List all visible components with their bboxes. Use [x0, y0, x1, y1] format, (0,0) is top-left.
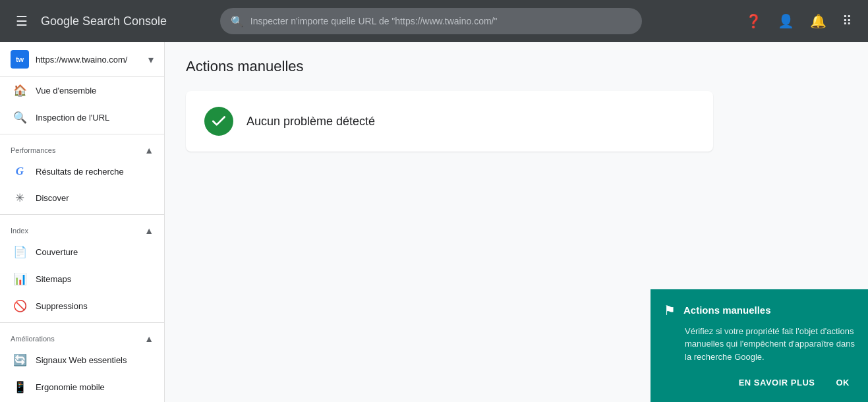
brand-text: Google Search Console: [41, 14, 167, 28]
tooltip-header: ⚑ Actions manuelles: [664, 302, 855, 318]
sidebar-item-label: Suppressions: [36, 301, 88, 311]
section-label-text: Index: [11, 227, 28, 235]
sidebar-item-ergonomie-mobile[interactable]: 📱 Ergonomie mobile: [0, 374, 164, 401]
sidebar-item-resultats-recherche[interactable]: G Résultats de recherche: [0, 158, 164, 185]
sidebar-item-label: Inspection de l'URL: [36, 113, 109, 123]
brand-logo: Google Search Console: [41, 14, 167, 28]
site-favicon: tw: [11, 50, 29, 69]
sidebar: tw https://www.twaino.com/ ▾ 🏠 Vue d'ens…: [0, 42, 165, 402]
sidebar-item-inspection-url[interactable]: 🔍 Inspection de l'URL: [0, 104, 164, 131]
help-icon[interactable]: ❓: [740, 8, 767, 34]
hamburger-icon[interactable]: ☰: [11, 8, 33, 34]
mobile-icon: 📱: [13, 380, 26, 394]
ok-button[interactable]: OK: [831, 374, 855, 391]
flag-icon: ⚑: [664, 302, 676, 318]
sidebar-item-label: Sitemaps: [36, 274, 71, 284]
chevron-down-icon: ▾: [148, 53, 154, 66]
tooltip-popup: ⚑ Actions manuelles Vérifiez si votre pr…: [651, 289, 868, 403]
tooltip-actions: EN SAVOIR PLUS OK: [664, 374, 855, 391]
sidebar-item-label: Résultats de recherche: [36, 167, 124, 177]
sidebar-item-label: Signaux Web essentiels: [36, 355, 127, 365]
search-icon: 🔍: [231, 15, 244, 28]
learn-more-button[interactable]: EN SAVOIR PLUS: [734, 374, 821, 391]
collapse-icon[interactable]: ▲: [144, 225, 154, 236]
page-title: Actions manuelles: [186, 58, 847, 75]
status-card: Aucun problème détecté: [186, 91, 713, 152]
sitemaps-icon: 📊: [13, 272, 26, 286]
sidebar-item-discover[interactable]: ✳ Discover: [0, 185, 164, 212]
sidebar-item-label: Couverture: [36, 247, 78, 257]
check-icon: [204, 107, 233, 136]
home-icon: 🏠: [13, 84, 26, 98]
sidebar-item-suppressions[interactable]: 🚫 Suppressions: [0, 293, 164, 320]
section-label-text: Performances: [11, 146, 55, 154]
collapse-icon[interactable]: ▲: [144, 333, 154, 344]
search-input[interactable]: [250, 16, 631, 26]
profile-icon[interactable]: 👤: [772, 8, 799, 34]
divider: [0, 322, 164, 323]
search-bar: 🔍: [220, 8, 642, 34]
site-selector[interactable]: tw https://www.twaino.com/ ▾: [0, 42, 164, 77]
discover-icon: ✳: [13, 191, 26, 205]
sidebar-item-signaux-web[interactable]: 🔄 Signaux Web essentiels: [0, 347, 164, 374]
section-ameliorations: Améliorations ▲: [0, 326, 164, 347]
suppressions-icon: 🚫: [13, 299, 26, 313]
core-web-vitals-icon: 🔄: [13, 353, 26, 367]
apps-icon[interactable]: ⠿: [837, 8, 857, 34]
nav-icons: ❓ 👤 🔔 ⠿: [740, 8, 857, 34]
sidebar-item-label: Ergonomie mobile: [36, 382, 105, 392]
status-text: Aucun problème détecté: [246, 115, 375, 129]
sidebar-item-vue-ensemble[interactable]: 🏠 Vue d'ensemble: [0, 77, 164, 104]
tooltip-body: Vérifiez si votre propriété fait l'objet…: [664, 325, 855, 364]
section-index: Index ▲: [0, 217, 164, 239]
section-label-text: Améliorations: [11, 335, 55, 343]
sidebar-item-label: Vue d'ensemble: [36, 86, 96, 96]
top-navigation: ☰ Google Search Console 🔍 ❓ 👤 🔔 ⠿: [0, 0, 868, 42]
coverage-icon: 📄: [13, 245, 26, 259]
google-icon: G: [13, 165, 26, 178]
search-icon: 🔍: [13, 111, 26, 125]
section-performances: Performances ▲: [0, 137, 164, 158]
notifications-icon[interactable]: 🔔: [805, 8, 832, 34]
sidebar-item-couverture[interactable]: 📄 Couverture: [0, 239, 164, 266]
site-url: https://www.twaino.com/: [36, 55, 142, 65]
divider: [0, 214, 164, 215]
divider: [0, 134, 164, 134]
sidebar-item-sitemaps[interactable]: 📊 Sitemaps: [0, 266, 164, 293]
sidebar-item-label: Discover: [36, 193, 69, 203]
tooltip-title: Actions manuelles: [683, 304, 771, 316]
collapse-icon[interactable]: ▲: [144, 145, 154, 156]
